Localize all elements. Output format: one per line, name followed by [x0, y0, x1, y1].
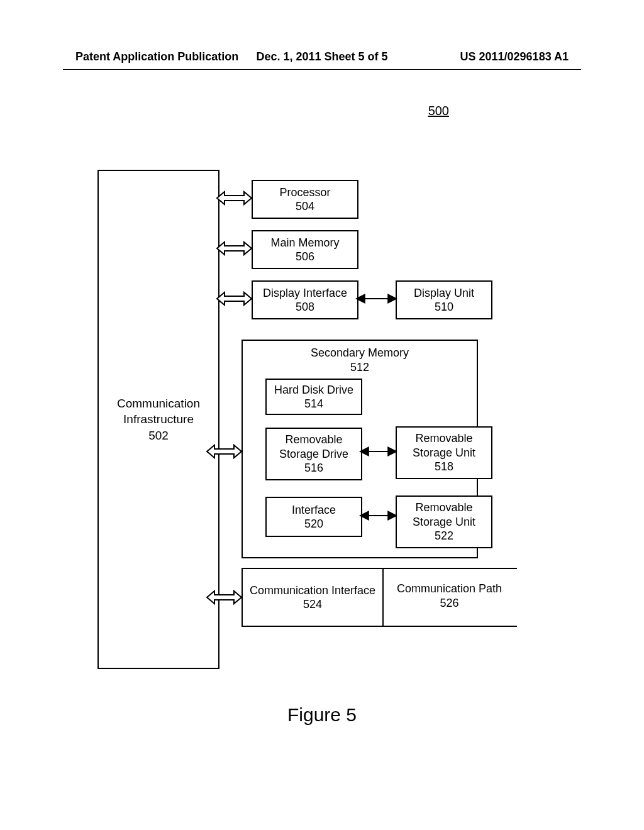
bus-commif-arrow-icon: [207, 591, 242, 604]
bus-dispif-arrow-icon: [217, 292, 252, 305]
patent-figure-page: Patent Application Publication Dec. 1, 2…: [0, 0, 644, 830]
connectors-svg: [0, 0, 644, 830]
bus-processor-arrow-icon: [217, 192, 252, 204]
bus-mainmem-arrow-icon: [217, 242, 252, 255]
bus-rsd-arrow-icon: [207, 445, 242, 458]
